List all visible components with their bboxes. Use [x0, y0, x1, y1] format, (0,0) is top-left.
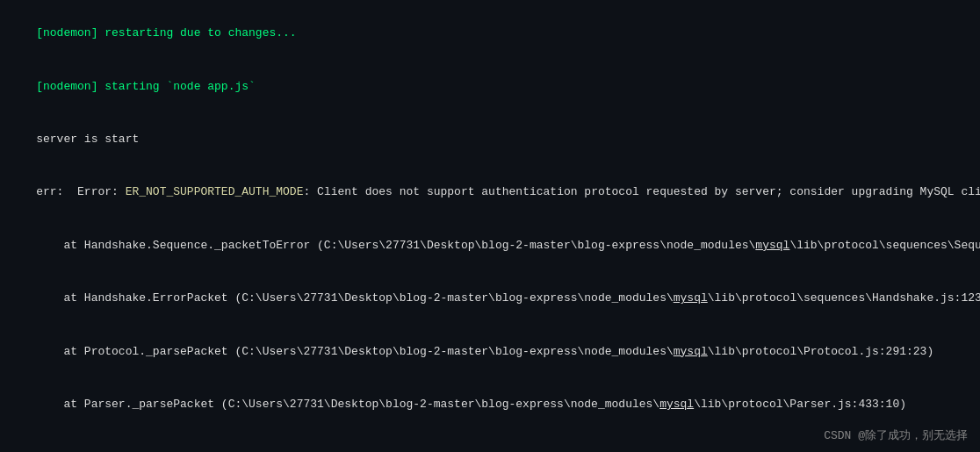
watermark: CSDN @除了成功，别无选择 [824, 427, 968, 443]
err-label: err: Error: ER_NOT_SUPPORTED_AUTH_MODE: … [36, 185, 980, 198]
stack-8: at Parser._parsePacket (C:\Users\27731\D… [9, 378, 971, 431]
line-3: server is start [9, 113, 971, 166]
stack-5: at Handshake.Sequence._packetToError (C:… [9, 219, 971, 272]
nodemon-text-1: [nodemon] restarting due to changes... [36, 26, 296, 39]
server-start: server is start [36, 133, 139, 146]
terminal-window: [nodemon] restarting due to changes... [… [0, 0, 980, 452]
line-1: [nodemon] restarting due to changes... [9, 7, 971, 60]
stack-6: at Handshake.ErrorPacket (C:\Users\27731… [9, 272, 971, 325]
nodemon-text-2: [nodemon] starting `node app.js` [36, 80, 256, 93]
stack-7: at Protocol._parsePacket (C:\Users\27731… [9, 326, 971, 378]
line-2: [nodemon] starting `node app.js` [9, 60, 971, 112]
line-4-error: err: Error: ER_NOT_SUPPORTED_AUTH_MODE: … [9, 166, 971, 219]
